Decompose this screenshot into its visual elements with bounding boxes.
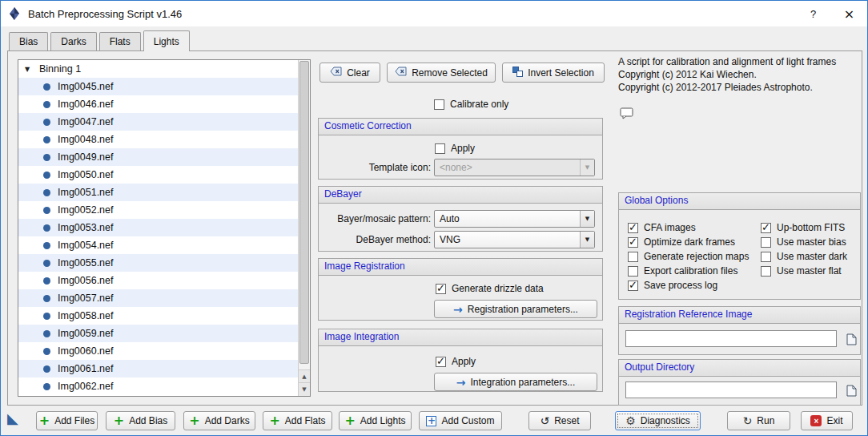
- remove-icon: [395, 67, 407, 79]
- calibrate-only-checkbox[interactable]: Calibrate only: [434, 99, 508, 110]
- close-button[interactable]: ×: [831, 1, 867, 26]
- file-item[interactable]: Img0059.nef: [18, 325, 298, 342]
- up-bottom-fits-checkbox[interactable]: Up-bottom FITS: [761, 220, 847, 235]
- file-bullet-icon: [43, 348, 50, 355]
- cosmetic-correction-group: Cosmetic Correction Apply Template icon:…: [318, 118, 603, 180]
- file-bullet-icon: [43, 172, 50, 179]
- template-icon-select[interactable]: <none> ▼: [434, 159, 595, 176]
- optimize-dark-frames-checkbox[interactable]: Optimize dark frames: [628, 235, 749, 249]
- cfa-images-checkbox[interactable]: CFA images: [628, 220, 749, 235]
- file-bullet-icon: [43, 295, 50, 302]
- registration-reference-input[interactable]: [625, 330, 837, 347]
- file-item[interactable]: Img0062.nef: [18, 377, 298, 395]
- use-master-flat-checkbox[interactable]: Use master flat: [761, 264, 847, 278]
- bayer-pattern-select[interactable]: Auto ▼: [434, 210, 595, 228]
- browse-file-icon[interactable]: [844, 332, 858, 346]
- integration-parameters-button[interactable]: → Integration parameters...: [434, 373, 597, 391]
- new-instance-icon[interactable]: ◣: [7, 411, 18, 426]
- tab-bar: Bias Darks Flats Lights: [9, 30, 192, 50]
- plus-icon: +: [344, 414, 355, 427]
- plus-icon: +: [39, 414, 50, 427]
- file-item[interactable]: Img0046.nef: [18, 95, 298, 113]
- add-bias-button[interactable]: + Add Bias: [106, 411, 175, 430]
- chevron-down-icon: ▼: [580, 211, 594, 227]
- add-flats-button[interactable]: + Add Flats: [263, 411, 332, 430]
- arrow-right-icon: →: [456, 376, 466, 389]
- run-button[interactable]: ↻ Run: [727, 411, 790, 430]
- add-lights-button[interactable]: + Add Lights: [339, 411, 412, 430]
- file-item[interactable]: Img0049.nef: [18, 148, 298, 166]
- cosmetic-apply-checkbox[interactable]: Apply: [435, 143, 475, 154]
- about-text: A script for calibration and alignment o…: [618, 56, 857, 94]
- file-item[interactable]: Img0054.nef: [18, 236, 298, 254]
- file-item[interactable]: Img0057.nef: [18, 289, 298, 307]
- file-bullet-icon: [43, 242, 50, 249]
- global-options-right-column: Up-bottom FITS Use master bias Use maste…: [761, 220, 847, 278]
- generate-rejection-maps-checkbox[interactable]: Generate rejection maps: [628, 249, 749, 264]
- export-calibration-files-checkbox[interactable]: Export calibration files: [628, 264, 749, 278]
- exit-button[interactable]: × Exit: [801, 411, 853, 430]
- tree-node-binning[interactable]: ▼ Binning 1: [18, 60, 298, 78]
- add-custom-button[interactable]: + Add Custom: [419, 411, 502, 430]
- file-bullet-icon: [43, 277, 50, 285]
- group-title: Image Integration: [319, 329, 602, 346]
- tab-darks[interactable]: Darks: [50, 32, 96, 50]
- file-item[interactable]: Img0060.nef: [18, 342, 298, 360]
- invert-selection-button[interactable]: Invert Selection: [502, 63, 605, 83]
- tab-flats[interactable]: Flats: [99, 32, 141, 50]
- tab-lights[interactable]: Lights: [143, 30, 190, 51]
- file-item[interactable]: Img0056.nef: [18, 272, 298, 289]
- clear-button[interactable]: Clear: [319, 63, 380, 83]
- debayer-method-row: DeBayer method: VNG ▼: [319, 231, 602, 248]
- chevron-down-icon: ▼: [580, 159, 594, 176]
- checkbox: [435, 143, 445, 154]
- copyright-line: Copyright (c) 2012-2017 Pleiades Astroph…: [618, 82, 857, 95]
- checkbox: [628, 266, 638, 277]
- add-files-button[interactable]: + Add Files: [36, 411, 98, 430]
- save-process-log-checkbox[interactable]: Save process log: [628, 278, 749, 293]
- file-item[interactable]: Img0048.nef: [18, 131, 298, 148]
- plus-document-icon: +: [426, 416, 436, 426]
- invert-selection-icon: [512, 67, 523, 79]
- scroll-up-icon[interactable]: ▲: [299, 369, 310, 383]
- reset-button[interactable]: ↺ Reset: [528, 411, 591, 430]
- file-bullet-icon: [43, 189, 50, 196]
- output-directory-input[interactable]: [625, 382, 837, 398]
- collapse-arrow-icon[interactable]: ▼: [25, 66, 34, 73]
- reset-icon: ↺: [540, 414, 549, 427]
- file-bullet-icon: [43, 224, 50, 232]
- file-item[interactable]: Img0047.nef: [18, 113, 298, 131]
- diagnostics-button[interactable]: ⚙ Diagnostics: [615, 411, 701, 430]
- file-item[interactable]: Img0058.nef: [18, 307, 298, 325]
- browse-folder-icon[interactable]: [844, 383, 858, 398]
- use-master-dark-checkbox[interactable]: Use master dark: [761, 249, 847, 264]
- file-bullet-icon: [43, 136, 50, 143]
- use-master-bias-checkbox[interactable]: Use master bias: [761, 235, 847, 249]
- vertical-scrollbar[interactable]: ▲ ▼: [298, 60, 310, 396]
- file-item[interactable]: Img0061.nef: [18, 360, 298, 377]
- file-item[interactable]: Img0045.nef: [18, 78, 298, 95]
- run-icon: ↻: [743, 414, 753, 427]
- file-item[interactable]: Img0052.nef: [18, 201, 298, 219]
- plus-icon: +: [114, 414, 124, 427]
- file-item[interactable]: Img0050.nef: [18, 166, 298, 184]
- scroll-down-icon[interactable]: ▼: [299, 382, 310, 396]
- scrollbar-thumb[interactable]: [299, 61, 309, 364]
- arrow-right-icon: →: [453, 303, 463, 316]
- add-darks-button[interactable]: + Add Darks: [183, 411, 255, 430]
- file-item[interactable]: Img0055.nef: [18, 254, 298, 272]
- debayer-method-select[interactable]: VNG ▼: [434, 231, 595, 248]
- checkbox: [628, 223, 638, 233]
- file-item[interactable]: Img0051.nef: [18, 184, 298, 201]
- chevron-down-icon: ▼: [580, 232, 594, 248]
- output-directory-group: Output Directory: [618, 359, 861, 406]
- registration-parameters-button[interactable]: → Registration parameters...: [434, 300, 597, 318]
- remove-selected-button[interactable]: Remove Selected: [387, 63, 496, 83]
- file-bullet-icon: [43, 383, 50, 390]
- tab-bias[interactable]: Bias: [9, 32, 48, 50]
- integration-apply-checkbox[interactable]: Apply: [436, 356, 476, 367]
- group-title: Cosmetic Correction: [319, 119, 602, 135]
- help-button[interactable]: ?: [795, 1, 831, 26]
- generate-drizzle-checkbox[interactable]: Generate drizzle data: [436, 283, 544, 294]
- file-item[interactable]: Img0053.nef: [18, 219, 298, 236]
